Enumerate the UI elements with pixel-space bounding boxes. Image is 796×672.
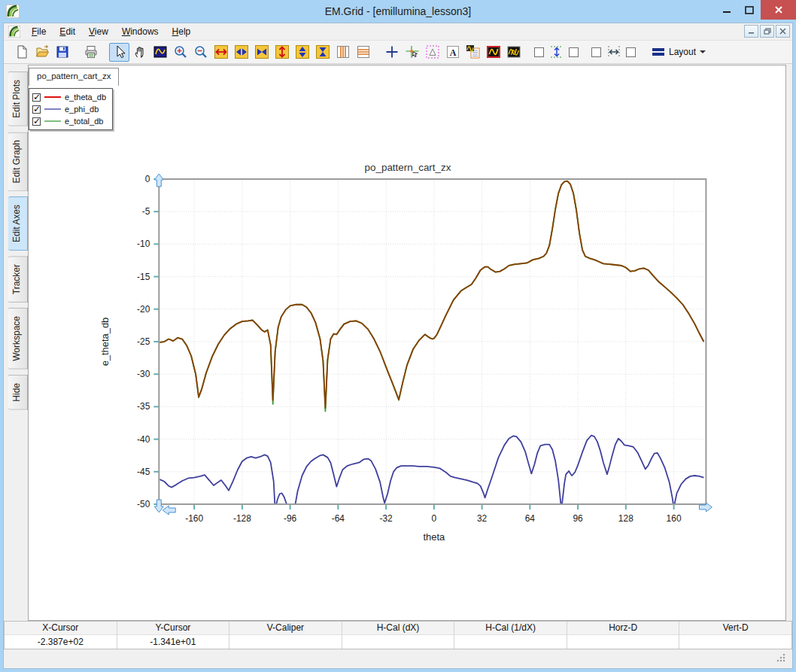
toolbar: A Layout <box>4 41 792 64</box>
svg-text:160: 160 <box>667 513 682 524</box>
status-header: Vert-D <box>679 622 791 635</box>
collapse-x-icon[interactable] <box>251 43 272 62</box>
svg-text:-96: -96 <box>284 513 297 524</box>
menu-edit[interactable]: Edit <box>53 24 82 39</box>
svg-text:-64: -64 <box>332 513 345 524</box>
sidebar-tab-edit-plots[interactable]: Edit Plots <box>8 71 28 126</box>
document-tab[interactable]: po_pattern_cart_zx <box>29 68 119 86</box>
svg-text:64: 64 <box>525 513 536 524</box>
sidebar-tab-edit-graph[interactable]: Edit Graph <box>8 132 28 191</box>
sidebar-tab-edit-axes[interactable]: Edit Axes <box>8 196 28 251</box>
status-value <box>454 635 567 649</box>
sidebar-tab-hide[interactable]: Hide <box>8 375 28 410</box>
plot-legend: e_theta_db e_phi_db e_total_db <box>29 88 113 130</box>
caliper-triangle-icon[interactable] <box>422 43 442 62</box>
menu-view[interactable]: View <box>82 24 115 39</box>
arrows-out-y-icon[interactable] <box>292 43 312 62</box>
sidebar-tabs: Edit Plots Edit Graph Edit Axes Tracker … <box>4 65 28 621</box>
menu-windows[interactable]: Windows <box>115 24 166 39</box>
status-col-h-cal-1dx: H-Cal (1/dX) <box>454 622 567 649</box>
legend-swatch-e-phi-db <box>44 108 61 110</box>
status-header: H-Cal (dX) <box>342 622 454 635</box>
status-col-vert-d: Vert-D <box>679 622 791 649</box>
horizontal-sections-icon[interactable] <box>353 43 373 62</box>
svg-text:-25: -25 <box>137 336 150 347</box>
window-minimize-button[interactable] <box>715 0 738 20</box>
fit-horizontal-right-checkbox[interactable] <box>626 47 636 57</box>
pointer-tool-icon[interactable] <box>109 43 129 62</box>
svg-text:-20: -20 <box>137 304 150 315</box>
overlay-graphs-icon[interactable] <box>503 43 524 62</box>
legend-item-e-theta-db[interactable]: e_theta_db <box>32 91 109 103</box>
chart-canvas[interactable]: -160-128-96-64-3203264961281600-5-10-15-… <box>29 65 785 620</box>
open-file-icon[interactable] <box>32 43 52 62</box>
legend-label: e_phi_db <box>65 105 99 114</box>
child-restore-button[interactable] <box>760 25 774 38</box>
status-header: X-Cursor <box>5 622 117 635</box>
fit-vertical-icon[interactable] <box>546 43 567 62</box>
svg-text:-128: -128 <box>233 513 251 524</box>
child-close-button[interactable] <box>776 25 790 38</box>
status-col-h-cal-dx: H-Cal (dX) <box>342 622 455 649</box>
status-value <box>229 635 342 649</box>
svg-text:128: 128 <box>618 513 633 524</box>
svg-text:-30: -30 <box>137 369 150 379</box>
fit-horizontal-icon[interactable] <box>603 43 624 62</box>
svg-text:theta: theta <box>423 531 445 543</box>
status-value <box>342 635 454 649</box>
status-value: -2.387e+02 <box>5 635 117 649</box>
data-report-icon[interactable] <box>463 43 483 62</box>
fit-vertical-left-checkbox[interactable] <box>534 47 544 57</box>
text-annotation-icon[interactable]: A <box>442 43 463 62</box>
sidebar-tab-tracker[interactable]: Tracker <box>8 256 28 303</box>
status-header: V-Caliper <box>229 622 342 635</box>
new-document-icon[interactable] <box>11 43 32 62</box>
legend-checkbox-e-phi-db[interactable] <box>32 105 41 114</box>
resize-grip[interactable] <box>774 652 786 666</box>
graph-window-icon[interactable] <box>483 43 503 62</box>
svg-text:-45: -45 <box>137 467 150 477</box>
crosshair-icon[interactable] <box>381 43 402 62</box>
menu-help[interactable]: Help <box>166 24 198 39</box>
document-leaf-icon <box>8 26 20 38</box>
tracker-cursor-icon[interactable] <box>402 43 422 62</box>
menu-file[interactable]: File <box>25 24 53 39</box>
expand-y-icon[interactable] <box>272 43 292 62</box>
sidebar-tab-workspace[interactable]: Workspace <box>8 308 28 369</box>
collapse-y-icon[interactable] <box>312 43 333 62</box>
arrows-out-x-icon[interactable] <box>231 43 251 62</box>
window-maximize-button[interactable] <box>738 0 761 20</box>
layout-menu-button[interactable]: Layout <box>646 44 711 59</box>
legend-checkbox-e-theta-db[interactable] <box>32 93 41 102</box>
svg-text:-40: -40 <box>137 434 150 445</box>
zoom-in-icon[interactable] <box>170 43 190 62</box>
svg-text:-160: -160 <box>185 513 203 524</box>
legend-label: e_theta_db <box>65 93 106 102</box>
legend-checkbox-e-total-db[interactable] <box>32 117 41 126</box>
save-icon[interactable] <box>52 43 72 62</box>
status-header: H-Cal (1/dX) <box>454 622 567 635</box>
vertical-sections-icon[interactable] <box>333 43 353 62</box>
fit-vertical-right-checkbox[interactable] <box>569 47 579 57</box>
legend-item-e-total-db[interactable]: e_total_db <box>32 115 109 127</box>
window-close-button[interactable] <box>761 0 796 20</box>
print-icon[interactable] <box>81 43 101 62</box>
svg-text:0: 0 <box>432 513 437 524</box>
fit-horizontal-left-checkbox[interactable] <box>591 47 601 57</box>
child-minimize-button[interactable] <box>744 25 758 38</box>
status-value <box>679 635 791 649</box>
svg-text:-32: -32 <box>379 513 393 524</box>
zoom-region-icon[interactable] <box>150 43 170 62</box>
title-bar: EM.Grid - [emillumina_lesson3] <box>0 0 796 23</box>
window-title: EM.Grid - [emillumina_lesson3] <box>0 5 796 17</box>
zoom-out-icon[interactable] <box>190 43 211 62</box>
pan-hand-icon[interactable] <box>129 43 150 62</box>
status-value: -1.341e+01 <box>117 635 229 649</box>
status-col-horz-d: Horz-D <box>567 622 680 649</box>
status-col-y-cursor: Y-Cursor -1.341e+01 <box>117 622 230 649</box>
expand-x-icon[interactable] <box>211 43 231 62</box>
plot-workspace: po_pattern_cart_zx e_theta_db e_phi_db <box>28 65 786 621</box>
svg-text:0: 0 <box>145 174 150 184</box>
status-bar: X-Cursor -2.387e+02 Y-Cursor -1.341e+01 … <box>4 621 792 649</box>
legend-item-e-phi-db[interactable]: e_phi_db <box>32 103 109 115</box>
